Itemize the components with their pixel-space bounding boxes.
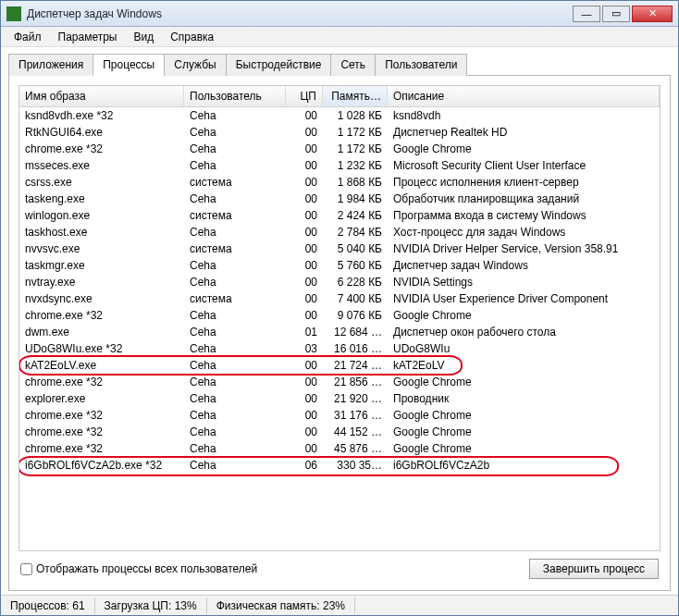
process-user: Ceha (184, 275, 286, 290)
menu-file[interactable]: Файл (6, 29, 49, 45)
process-cpu: 00 (286, 375, 323, 389)
process-description: Хост-процесс для задач Windows (388, 225, 660, 240)
end-process-button[interactable]: Завершить процесс (529, 559, 659, 579)
col-cpu[interactable]: ЦП (286, 86, 323, 106)
tab-network[interactable]: Сеть (330, 54, 376, 76)
table-row[interactable]: chrome.exe *32Ceha0045 876 …Google Chrom… (19, 440, 660, 457)
table-row[interactable]: winlogon.exeсистема002 424 КБПрограмма в… (19, 207, 660, 224)
tab-users[interactable]: Пользователи (375, 54, 467, 76)
table-row[interactable]: ksnd8vdh.exe *32Ceha001 028 КБksnd8vdh (19, 107, 660, 124)
process-name: msseces.exe (19, 158, 184, 173)
process-description: Google Chrome (388, 408, 660, 423)
process-name: taskmgr.exe (19, 258, 184, 273)
titlebar[interactable]: Диспетчер задач Windows — ▭ ✕ (1, 1, 678, 27)
table-row[interactable]: csrss.exeсистема001 868 КБПроцесс исполн… (19, 174, 660, 191)
table-row[interactable]: kAT2EoLV.exeCeha0021 724 …kAT2EoLV (19, 357, 660, 374)
table-row[interactable]: chrome.exe *32Ceha0021 856 …Google Chrom… (19, 374, 660, 390)
table-row[interactable]: i6GbROLf6VCzA2b.exe *32Ceha06330 35…i6Gb… (19, 457, 660, 474)
menu-options[interactable]: Параметры (51, 29, 125, 45)
process-description: i6GbROLf6VCzA2b (388, 458, 660, 473)
process-description: NVIDIA User Experience Driver Component (388, 291, 660, 306)
process-memory: 1 172 КБ (323, 125, 388, 140)
tab-services[interactable]: Службы (164, 54, 226, 76)
process-cpu: 00 (286, 275, 323, 290)
table-row[interactable]: chrome.exe *32Ceha001 172 КБGoogle Chrom… (19, 141, 660, 157)
process-user: система (184, 291, 286, 306)
table-row[interactable]: UDoG8WIu.exe *32Ceha0316 016 …UDoG8WIu (19, 340, 660, 357)
process-user: Ceha (184, 341, 286, 356)
process-description: NVIDIA Settings (388, 275, 660, 290)
process-memory: 1 868 КБ (323, 175, 388, 190)
col-description[interactable]: Описание (388, 86, 660, 106)
table-row[interactable]: chrome.exe *32Ceha009 076 КБGoogle Chrom… (19, 307, 660, 324)
process-name: RtkNGUI64.exe (19, 125, 184, 140)
process-memory: 31 176 … (323, 408, 388, 423)
maximize-button[interactable]: ▭ (602, 6, 630, 22)
process-description: Microsoft Security Client User Interface (388, 158, 660, 173)
process-cpu: 00 (286, 358, 323, 373)
process-description: Программа входа в систему Windows (388, 208, 660, 223)
table-row[interactable]: taskeng.exeCeha001 984 КБОбработчик план… (19, 191, 660, 207)
process-name: i6GbROLf6VCzA2b.exe *32 (19, 458, 184, 473)
table-body[interactable]: ksnd8vdh.exe *32Ceha001 028 КБksnd8vdhRt… (19, 107, 660, 550)
tab-processes[interactable]: Процессы (93, 54, 165, 76)
process-name: UDoG8WIu.exe *32 (19, 341, 184, 356)
tab-applications[interactable]: Приложения (8, 54, 93, 76)
process-cpu: 00 (286, 258, 323, 273)
process-cpu: 00 (286, 241, 323, 256)
process-memory: 7 400 КБ (323, 291, 388, 306)
col-image-name[interactable]: Имя образа (19, 86, 184, 106)
table-row[interactable]: taskhost.exeCeha002 784 КБХост-процесс д… (19, 224, 660, 240)
table-row[interactable]: RtkNGUI64.exeCeha001 172 КБДиспетчер Rea… (19, 124, 660, 141)
process-user: Ceha (184, 325, 286, 339)
process-user: система (184, 208, 286, 223)
tab-performance[interactable]: Быстродействие (226, 54, 332, 76)
process-description: Диспетчер окон рабочего стола (388, 325, 660, 339)
process-cpu: 00 (286, 291, 323, 306)
close-button[interactable]: ✕ (632, 6, 673, 22)
table-row[interactable]: msseces.exeCeha001 232 КБMicrosoft Secur… (19, 157, 660, 174)
table-row[interactable]: nvtray.exeCeha006 228 КБNVIDIA Settings (19, 274, 660, 290)
table-row[interactable]: nvxdsync.exeсистема007 400 КБNVIDIA User… (19, 290, 660, 307)
process-cpu: 00 (286, 191, 323, 206)
process-user: Ceha (184, 375, 286, 389)
process-memory: 21 920 … (323, 391, 388, 406)
process-name: explorer.exe (19, 391, 184, 406)
process-description: NVIDIA Driver Helper Service, Version 35… (388, 241, 660, 256)
table-row[interactable]: chrome.exe *32Ceha0044 152 …Google Chrom… (19, 424, 660, 440)
process-name: chrome.exe *32 (19, 308, 184, 323)
process-description: UDoG8WIu (388, 341, 660, 356)
process-cpu: 00 (286, 125, 323, 140)
process-cpu: 00 (286, 308, 323, 323)
minimize-button[interactable]: — (573, 6, 600, 22)
app-icon (6, 6, 21, 21)
show-all-users-checkbox[interactable]: Отображать процессы всех пользователей (20, 562, 257, 575)
col-memory[interactable]: Память… (323, 86, 388, 106)
process-user: Ceha (184, 358, 286, 373)
process-cpu: 01 (286, 325, 323, 339)
tabstrip: Приложения Процессы Службы Быстродействи… (8, 54, 671, 76)
process-name: winlogon.exe (19, 208, 184, 223)
process-memory: 16 016 … (323, 341, 388, 356)
process-description: Проводник (388, 391, 660, 406)
table-row[interactable]: explorer.exeCeha0021 920 …Проводник (19, 390, 660, 407)
task-manager-window: Диспетчер задач Windows — ▭ ✕ Файл Парам… (0, 0, 679, 616)
menu-view[interactable]: Вид (126, 29, 161, 45)
process-description: Процесс исполнения клиент-сервер (388, 175, 660, 190)
process-cpu: 06 (286, 458, 323, 473)
process-user: Ceha (184, 158, 286, 173)
table-row[interactable]: dwm.exeCeha0112 684 …Диспетчер окон рабо… (19, 324, 660, 340)
table-row[interactable]: taskmgr.exeCeha005 760 КБДиспетчер задач… (19, 257, 660, 274)
col-user[interactable]: Пользователь (184, 86, 286, 106)
menu-help[interactable]: Справка (163, 29, 221, 45)
process-name: nvxdsync.exe (19, 291, 184, 306)
process-cpu: 00 (286, 408, 323, 423)
process-memory: 1 232 КБ (323, 158, 388, 173)
table-row[interactable]: nvvsvc.exeсистема005 040 КБNVIDIA Driver… (19, 240, 660, 257)
process-cpu: 00 (286, 441, 323, 456)
table-row[interactable]: chrome.exe *32Ceha0031 176 …Google Chrom… (19, 407, 660, 424)
process-description: ksnd8vdh (388, 108, 660, 123)
process-name: taskhost.exe (19, 225, 184, 240)
show-all-users-input[interactable] (20, 563, 32, 575)
process-memory: 6 228 КБ (323, 275, 388, 290)
